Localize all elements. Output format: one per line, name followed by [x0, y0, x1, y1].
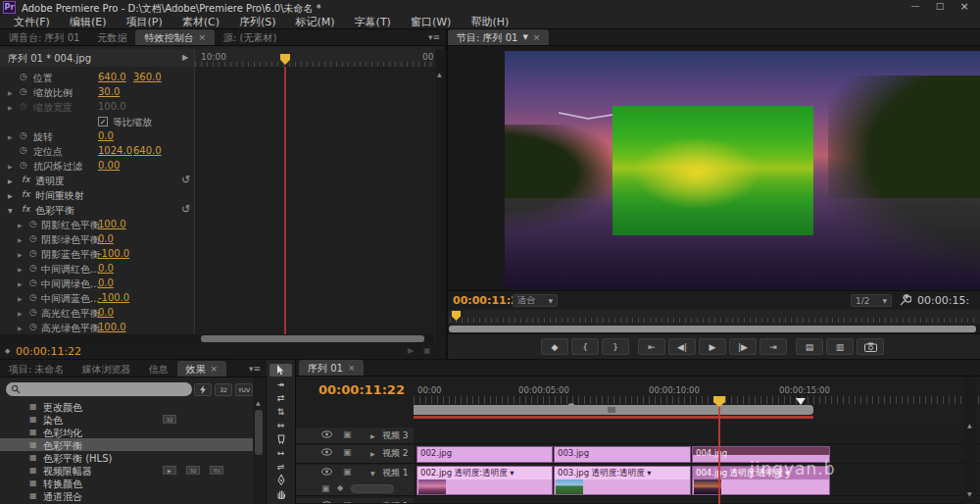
twirl-icon[interactable]: ▶: [18, 266, 23, 273]
menu-帮助(H)[interactable]: 帮助(H): [461, 15, 518, 29]
effect-timecode[interactable]: 00:00:11:22: [16, 345, 81, 358]
program-h-scrollbar[interactable]: [448, 325, 980, 333]
export-frame-button[interactable]: [857, 338, 884, 355]
property-value[interactable]: 640.0: [133, 145, 162, 156]
property-value[interactable]: 0.0: [98, 277, 114, 288]
rolling-edit-tool[interactable]: ⇅: [270, 405, 292, 418]
twirl-icon[interactable]: ▶: [18, 236, 23, 243]
32bit-color-button[interactable]: 32: [215, 383, 232, 396]
stopwatch-icon[interactable]: ◷: [29, 277, 37, 287]
property-value[interactable]: 0.00: [98, 160, 120, 171]
twirl-icon[interactable]: ▶: [8, 163, 13, 170]
selection-tool[interactable]: [270, 364, 292, 377]
accelerated-effects-button[interactable]: [194, 383, 212, 396]
twirl-icon[interactable]: ▶: [18, 310, 23, 317]
tab-效果[interactable]: 效果×: [177, 361, 227, 377]
menu-编辑(E)[interactable]: 编辑(E): [60, 15, 117, 29]
property-value[interactable]: 30.0: [98, 86, 120, 97]
track-display-style-icon[interactable]: ▣: [343, 467, 352, 477]
stopwatch-icon[interactable]: ◷: [20, 72, 27, 81]
tab-调音台: 序列 01[interactable]: 调音台: 序列 01: [0, 29, 88, 45]
close-tab-icon[interactable]: ×: [198, 30, 206, 45]
show-keyframes-icon[interactable]: ◆: [337, 483, 343, 492]
play-audio-icon[interactable]: ▶: [408, 346, 414, 355]
track-height-slider[interactable]: [351, 484, 394, 493]
reset-effect-icon[interactable]: ↺: [181, 203, 190, 216]
hand-tool[interactable]: [270, 487, 292, 500]
playback-resolution-select[interactable]: 1/2▼: [851, 294, 892, 307]
stopwatch-icon[interactable]: ◷: [29, 322, 37, 331]
slide-tool[interactable]: ⇌: [270, 460, 292, 473]
twirl-icon[interactable]: ▶: [18, 222, 23, 228]
toggle-track-output-icon[interactable]: [321, 468, 332, 476]
twirl-icon[interactable]: ▶: [18, 325, 23, 331]
yuv-effects-button[interactable]: YUV: [235, 383, 253, 396]
maximize-button[interactable]: □: [931, 1, 949, 11]
property-value[interactable]: 100.0: [98, 219, 126, 229]
stopwatch-icon[interactable]: ◷: [29, 248, 37, 258]
tab-项目: 未命名[interactable]: 项目: 未命名: [0, 361, 74, 377]
pen-tool[interactable]: [270, 474, 292, 486]
panel-menu-icon[interactable]: ▾≡: [249, 364, 261, 374]
effects-search-input[interactable]: [6, 382, 192, 396]
tab-源: (无素材)[interactable]: 源: (无素材): [215, 29, 285, 45]
timeline-view-toggle-icon[interactable]: ▶: [182, 53, 188, 62]
property-value[interactable]: 640.0: [98, 72, 126, 82]
track-display-style-icon[interactable]: ▣: [343, 500, 352, 504]
twirl-icon[interactable]: ▶: [18, 295, 23, 302]
tab-媒体浏览器[interactable]: 媒体浏览器: [74, 361, 140, 377]
go-to-out-button[interactable]: ⇥: [760, 338, 787, 355]
play-button[interactable]: ▶: [699, 338, 726, 355]
step-back-button[interactable]: ◀|: [668, 338, 696, 355]
twirl-icon[interactable]: ▼: [8, 207, 13, 214]
overlay-clip-green[interactable]: [612, 106, 813, 235]
twirl-icon[interactable]: ▶: [8, 177, 13, 184]
property-value[interactable]: 360.0: [133, 72, 162, 82]
effect-controls-mini-ruler[interactable]: 10:00 00:0: [194, 49, 434, 67]
razor-tool[interactable]: [270, 432, 292, 445]
rate-stretch-tool[interactable]: ⇔: [270, 419, 292, 431]
work-area-bar[interactable]: [414, 405, 813, 415]
stopwatch-icon[interactable]: ◷: [29, 219, 37, 228]
clip-v1-body-003.jpg[interactable]: [554, 479, 691, 495]
twirl-icon[interactable]: ▶: [18, 280, 23, 287]
toggle-track-output-icon[interactable]: [321, 448, 332, 456]
twirl-icon[interactable]: ▶: [8, 133, 13, 140]
menu-素材(C)[interactable]: 素材(C): [172, 15, 229, 29]
ripple-edit-tool[interactable]: ⇄: [270, 391, 292, 404]
clip-v2-003.jpg[interactable]: 003.jpg: [554, 446, 691, 463]
add-marker-button[interactable]: ◆: [541, 338, 568, 355]
toggle-track-output-icon[interactable]: [321, 430, 332, 438]
work-area-handle[interactable]: [608, 407, 615, 413]
track-twirl-icon[interactable]: ▼: [370, 470, 375, 477]
clip-v1-label-003.jpg[interactable]: 003.jpg 透明度:透明度 ▾: [554, 466, 691, 479]
close-tab-icon[interactable]: ×: [533, 30, 541, 45]
track-display-style-icon[interactable]: ▣: [343, 429, 352, 439]
effect-h-scrollbar[interactable]: [0, 334, 434, 343]
track-display-style-icon[interactable]: ▣: [343, 447, 352, 457]
track-select-tool[interactable]: ↠: [270, 378, 292, 390]
stopwatch-icon[interactable]: ◷: [29, 263, 37, 273]
effect-item-更改颜色[interactable]: ▦更改颜色: [0, 400, 253, 413]
program-mini-ruler[interactable]: [448, 310, 980, 325]
effect-item-染色[interactable]: ▦染色32: [0, 413, 253, 426]
stopwatch-icon[interactable]: ◷: [29, 307, 37, 317]
timeline-ruler-ticks[interactable]: [414, 396, 980, 404]
effect-v-scrollbar[interactable]: ▲: [435, 49, 446, 343]
menu-标记(M)[interactable]: 标记(M): [286, 15, 345, 29]
effect-item-转换颜色[interactable]: ▦转换颜色: [0, 477, 253, 489]
property-value[interactable]: 100.0: [98, 322, 126, 332]
stopwatch-icon[interactable]: ◷: [20, 145, 27, 155]
scroll-down-icon[interactable]: ▼: [967, 490, 972, 497]
go-to-in-button[interactable]: ⇤: [638, 338, 665, 355]
scroll-up-icon[interactable]: ▲: [967, 422, 972, 428]
panel-menu-icon[interactable]: ▾≡: [428, 32, 440, 42]
stopwatch-icon[interactable]: ◷: [29, 233, 37, 243]
close-tab-icon[interactable]: ×: [348, 361, 356, 376]
stopwatch-icon[interactable]: ◷: [20, 101, 27, 111]
reset-effect-icon[interactable]: ↺: [181, 174, 190, 186]
twirl-icon[interactable]: ▶: [8, 89, 13, 96]
tab-program[interactable]: 节目: 序列 01▼×: [448, 29, 549, 45]
effect-item-色彩平衡[interactable]: ▦色彩平衡: [0, 438, 253, 451]
uniform-scale-checkbox[interactable]: ✓: [98, 117, 108, 126]
